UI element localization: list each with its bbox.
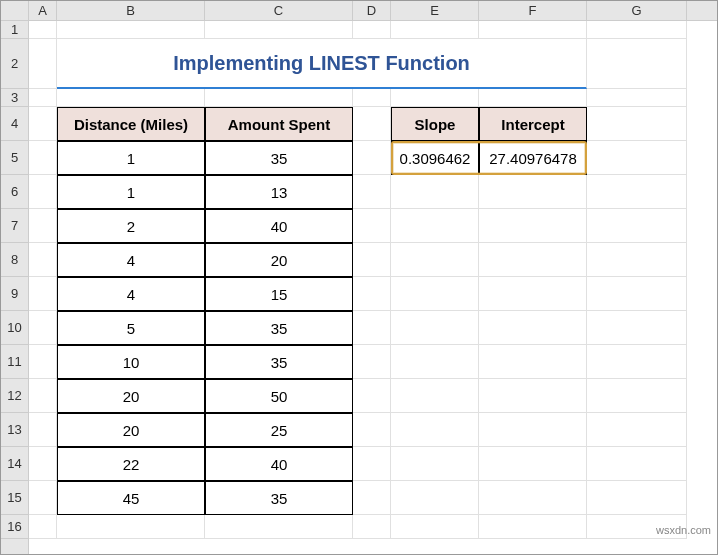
cell-D12[interactable] xyxy=(353,379,391,413)
row-header-4[interactable]: 4 xyxy=(1,107,28,141)
cell-C6[interactable]: 13 xyxy=(205,175,353,209)
cell-C5[interactable]: 35 xyxy=(205,141,353,175)
cell-C11[interactable]: 35 xyxy=(205,345,353,379)
cell-E5-slope[interactable]: 0.3096462 xyxy=(391,141,479,175)
select-all-corner[interactable] xyxy=(1,1,29,21)
cell-F8[interactable] xyxy=(479,243,587,277)
cell-G2[interactable] xyxy=(587,39,687,89)
cell-D10[interactable] xyxy=(353,311,391,345)
cell-E7[interactable] xyxy=(391,209,479,243)
cell-C13[interactable]: 25 xyxy=(205,413,353,447)
row-header-1[interactable]: 1 xyxy=(1,21,28,39)
cell-D1[interactable] xyxy=(353,21,391,39)
cell-G7[interactable] xyxy=(587,209,687,243)
cell-D8[interactable] xyxy=(353,243,391,277)
cell-C8[interactable]: 20 xyxy=(205,243,353,277)
cell-A15[interactable] xyxy=(29,481,57,515)
col-header-G[interactable]: G xyxy=(587,1,687,20)
cell-E11[interactable] xyxy=(391,345,479,379)
cell-C14[interactable]: 40 xyxy=(205,447,353,481)
row-header-15[interactable]: 15 xyxy=(1,481,28,515)
cell-B6[interactable]: 1 xyxy=(57,175,205,209)
table1-header-distance[interactable]: Distance (Miles) xyxy=(57,107,205,141)
cell-A11[interactable] xyxy=(29,345,57,379)
row-header-5[interactable]: 5 xyxy=(1,141,28,175)
cell-A3[interactable] xyxy=(29,89,57,107)
cell-F3[interactable] xyxy=(479,89,587,107)
cell-D11[interactable] xyxy=(353,345,391,379)
cell-A8[interactable] xyxy=(29,243,57,277)
row-header-7[interactable]: 7 xyxy=(1,209,28,243)
cell-E12[interactable] xyxy=(391,379,479,413)
col-header-D[interactable]: D xyxy=(353,1,391,20)
cell-B14[interactable]: 22 xyxy=(57,447,205,481)
row-header-12[interactable]: 12 xyxy=(1,379,28,413)
cell-C16[interactable] xyxy=(205,515,353,539)
cell-F1[interactable] xyxy=(479,21,587,39)
cell-G12[interactable] xyxy=(587,379,687,413)
row-header-6[interactable]: 6 xyxy=(1,175,28,209)
row-header-16[interactable]: 16 xyxy=(1,515,28,539)
cell-B9[interactable]: 4 xyxy=(57,277,205,311)
cell-A6[interactable] xyxy=(29,175,57,209)
cell-B1[interactable] xyxy=(57,21,205,39)
cell-G11[interactable] xyxy=(587,345,687,379)
cell-F5-intercept[interactable]: 27.40976478 xyxy=(479,141,587,175)
cell-B7[interactable]: 2 xyxy=(57,209,205,243)
cell-F14[interactable] xyxy=(479,447,587,481)
cell-F9[interactable] xyxy=(479,277,587,311)
row-header-10[interactable]: 10 xyxy=(1,311,28,345)
cell-E15[interactable] xyxy=(391,481,479,515)
cell-A13[interactable] xyxy=(29,413,57,447)
cell-E16[interactable] xyxy=(391,515,479,539)
cell-D13[interactable] xyxy=(353,413,391,447)
cell-B8[interactable]: 4 xyxy=(57,243,205,277)
table2-header-slope[interactable]: Slope xyxy=(391,107,479,141)
cell-F10[interactable] xyxy=(479,311,587,345)
cell-F11[interactable] xyxy=(479,345,587,379)
row-header-2[interactable]: 2 xyxy=(1,39,28,89)
row-header-13[interactable]: 13 xyxy=(1,413,28,447)
cell-C15[interactable]: 35 xyxy=(205,481,353,515)
cell-F16[interactable] xyxy=(479,515,587,539)
col-header-B[interactable]: B xyxy=(57,1,205,20)
cell-D6[interactable] xyxy=(353,175,391,209)
cell-E13[interactable] xyxy=(391,413,479,447)
col-header-A[interactable]: A xyxy=(29,1,57,20)
cell-G10[interactable] xyxy=(587,311,687,345)
cell-A7[interactable] xyxy=(29,209,57,243)
cell-D5[interactable] xyxy=(353,141,391,175)
cell-D7[interactable] xyxy=(353,209,391,243)
cell-A9[interactable] xyxy=(29,277,57,311)
col-header-E[interactable]: E xyxy=(391,1,479,20)
row-header-3[interactable]: 3 xyxy=(1,89,28,107)
cell-G1[interactable] xyxy=(587,21,687,39)
cell-D16[interactable] xyxy=(353,515,391,539)
title-cell[interactable]: Implementing LINEST Function xyxy=(57,39,587,89)
row-header-9[interactable]: 9 xyxy=(1,277,28,311)
cell-G5[interactable] xyxy=(587,141,687,175)
cell-A14[interactable] xyxy=(29,447,57,481)
cell-D3[interactable] xyxy=(353,89,391,107)
cell-B3[interactable] xyxy=(57,89,205,107)
cell-E1[interactable] xyxy=(391,21,479,39)
cell-D4[interactable] xyxy=(353,107,391,141)
row-header-8[interactable]: 8 xyxy=(1,243,28,277)
cell-A2[interactable] xyxy=(29,39,57,89)
cell-G3[interactable] xyxy=(587,89,687,107)
cell-G6[interactable] xyxy=(587,175,687,209)
row-header-11[interactable]: 11 xyxy=(1,345,28,379)
cell-F6[interactable] xyxy=(479,175,587,209)
row-header-14[interactable]: 14 xyxy=(1,447,28,481)
cell-C3[interactable] xyxy=(205,89,353,107)
cell-E3[interactable] xyxy=(391,89,479,107)
cell-C1[interactable] xyxy=(205,21,353,39)
cell-D15[interactable] xyxy=(353,481,391,515)
cell-C10[interactable]: 35 xyxy=(205,311,353,345)
cell-A5[interactable] xyxy=(29,141,57,175)
cell-G9[interactable] xyxy=(587,277,687,311)
cell-B12[interactable]: 20 xyxy=(57,379,205,413)
cell-G14[interactable] xyxy=(587,447,687,481)
cell-E10[interactable] xyxy=(391,311,479,345)
cell-E6[interactable] xyxy=(391,175,479,209)
